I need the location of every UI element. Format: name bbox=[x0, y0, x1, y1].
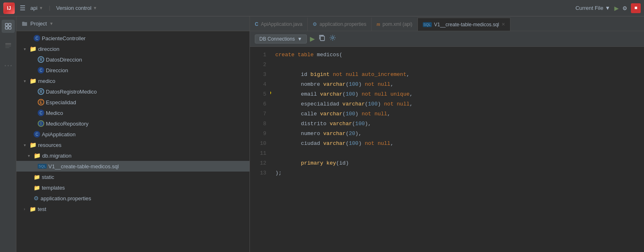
vc-chevron-icon: ▼ bbox=[93, 6, 97, 10]
code-editor[interactable]: 1 2 3 4 5 6 7 8 9 10 11 12 13 create tab… bbox=[250, 47, 644, 252]
main-area: Project ▼ C PacienteController ▾ 📁 direc… bbox=[0, 16, 644, 252]
list-item[interactable]: 📁 templates bbox=[16, 182, 249, 193]
top-bar-left: IJ ☰ api ▼ | Version control ▼ bbox=[3, 2, 576, 14]
list-item[interactable]: E Especialidad bbox=[16, 97, 249, 108]
code-line bbox=[275, 60, 639, 70]
file-label: resources bbox=[38, 142, 61, 148]
project-icon[interactable] bbox=[2, 20, 15, 33]
project-chevron-icon: ▼ bbox=[39, 6, 43, 10]
tab-close-button[interactable]: ✕ bbox=[501, 22, 505, 27]
file-tree: Project ▼ C PacienteController ▾ 📁 direc… bbox=[16, 16, 250, 252]
list-item[interactable]: C ApiApplication bbox=[16, 129, 249, 140]
project-breadcrumb[interactable]: api ▼ bbox=[30, 5, 43, 11]
run-button[interactable]: ▶ bbox=[615, 4, 619, 13]
file-label: MedicoRepository bbox=[46, 121, 88, 127]
code-line: distrito varchar(100), bbox=[275, 119, 639, 129]
code-line: id bigint not null auto_increment, bbox=[275, 70, 639, 80]
list-item[interactable]: C PacienteController bbox=[16, 33, 249, 44]
code-content[interactable]: create table medicos( id bigint not null… bbox=[270, 47, 644, 252]
file-label: direccion bbox=[38, 46, 59, 52]
badge-class: C bbox=[38, 67, 44, 73]
list-item[interactable]: I MedicoRepository bbox=[16, 118, 249, 129]
folder-icon bbox=[21, 21, 28, 27]
logo[interactable]: IJ bbox=[3, 2, 15, 14]
hamburger-button[interactable]: ☰ bbox=[18, 2, 27, 14]
file-label: ApiApplication bbox=[42, 131, 75, 137]
list-item[interactable]: ▾ 📁 direccion bbox=[16, 44, 249, 54]
svg-rect-5 bbox=[5, 46, 11, 46]
file-label: Especialidad bbox=[46, 99, 76, 105]
tab-api-label: ApiApplication.java bbox=[261, 21, 302, 27]
file-label: static bbox=[42, 174, 54, 180]
tab-props-icon: ⚙ bbox=[313, 21, 317, 27]
code-line: especialidad varchar(100) not null, bbox=[275, 99, 639, 109]
badge-class: C bbox=[34, 131, 40, 137]
svg-rect-3 bbox=[9, 27, 11, 29]
badge-interface: I bbox=[38, 120, 44, 127]
toolbar-run-button[interactable]: ▶ bbox=[310, 34, 315, 44]
svg-rect-4 bbox=[5, 43, 11, 45]
badge-record: R bbox=[38, 56, 44, 63]
folder-direccion-icon: 📁 bbox=[29, 46, 36, 52]
toolbar-settings-button[interactable] bbox=[329, 34, 336, 44]
list-item[interactable]: ⚙ application.properties bbox=[16, 193, 249, 204]
folder-dbmigration-icon: 📁 bbox=[34, 152, 41, 159]
list-item[interactable]: ▾ 📁 medico bbox=[16, 76, 249, 86]
editor-toolbar: DB Connections ▼ ▶ bbox=[250, 31, 644, 47]
sidebar-icons bbox=[0, 16, 16, 252]
toolbar-copy-button[interactable] bbox=[318, 34, 326, 44]
settings-file-icon: ⚙ bbox=[34, 195, 39, 202]
tabs-bar: C ApiApplication.java ⚙ application.prop… bbox=[250, 16, 644, 31]
code-line: 💡 email varchar(100) not null unique, bbox=[275, 89, 639, 99]
svg-point-11 bbox=[331, 37, 333, 39]
tab-application-properties[interactable]: ⚙ application.properties bbox=[308, 18, 372, 31]
stop-button[interactable]: ■ bbox=[631, 3, 641, 13]
file-label: medico bbox=[38, 78, 55, 84]
list-item[interactable]: C Direccion bbox=[16, 65, 249, 76]
file-tree-header: Project ▼ bbox=[16, 16, 249, 31]
db-connections-button[interactable]: DB Connections ▼ bbox=[255, 34, 307, 44]
code-line: numero varchar(20), bbox=[275, 129, 639, 139]
list-item[interactable]: ▾ 📁 db.migration bbox=[16, 150, 249, 161]
list-item[interactable]: 📁 static bbox=[16, 172, 249, 182]
badge-enum: E bbox=[38, 99, 44, 105]
tab-pom-label: pom.xml (api) bbox=[383, 21, 413, 27]
code-line: primary key(id) bbox=[275, 158, 639, 168]
settings-button[interactable]: ⚙ bbox=[623, 4, 627, 12]
list-item[interactable]: R DatosDireccion bbox=[16, 54, 249, 65]
list-item[interactable]: › 📁 test bbox=[16, 204, 249, 214]
editor-area: C ApiApplication.java ⚙ application.prop… bbox=[250, 16, 644, 252]
folder-resources-icon: 📁 bbox=[29, 142, 36, 148]
code-line: calle varchar(100) not null, bbox=[275, 109, 639, 119]
list-item[interactable]: C Medico bbox=[16, 108, 249, 118]
file-tree-content[interactable]: C PacienteController ▾ 📁 direccion R Dat… bbox=[16, 31, 249, 252]
tab-api-application[interactable]: C ApiApplication.java bbox=[250, 18, 308, 31]
svg-rect-10 bbox=[320, 36, 324, 41]
more-icon[interactable] bbox=[2, 59, 15, 72]
current-file-label: Current File bbox=[576, 5, 603, 11]
badge-sql: SQL bbox=[38, 164, 47, 169]
bookmarks-icon[interactable] bbox=[2, 39, 15, 53]
list-item[interactable]: R DatosRegistroMedico bbox=[16, 86, 249, 97]
svg-rect-1 bbox=[9, 23, 11, 26]
version-control-breadcrumb[interactable]: Version control ▼ bbox=[56, 5, 97, 11]
badge-record: R bbox=[38, 88, 44, 95]
top-bar-right: Current File ▼ ▶ ⚙ ■ bbox=[576, 3, 641, 13]
project-name: api bbox=[30, 5, 37, 11]
current-file-button[interactable]: Current File ▼ bbox=[576, 5, 610, 11]
badge-controller: C bbox=[34, 35, 40, 41]
project-dropdown-icon[interactable]: ▼ bbox=[49, 21, 53, 26]
list-item[interactable]: SQL V1__create-table-medicos.sql bbox=[16, 161, 249, 172]
code-line: ciudad varchar(100) not null, bbox=[275, 139, 639, 149]
file-label: DatosRegistroMedico bbox=[46, 89, 97, 95]
tab-pom-xml[interactable]: m pom.xml (api) bbox=[372, 18, 417, 31]
file-label: application.properties bbox=[41, 195, 91, 202]
list-item[interactable]: ▾ 📁 resources bbox=[16, 140, 249, 150]
top-bar: IJ ☰ api ▼ | Version control ▼ Current F… bbox=[0, 0, 644, 16]
file-label: Direccion bbox=[46, 67, 68, 73]
bulb-icon[interactable]: 💡 bbox=[270, 89, 272, 99]
tab-sql-icon: SQL bbox=[423, 22, 432, 27]
db-connections-chevron-icon: ▼ bbox=[297, 36, 302, 42]
tab-sql-file[interactable]: SQL V1__create-table-medicos.sql ✕ bbox=[418, 18, 511, 31]
svg-rect-6 bbox=[5, 47, 9, 48]
